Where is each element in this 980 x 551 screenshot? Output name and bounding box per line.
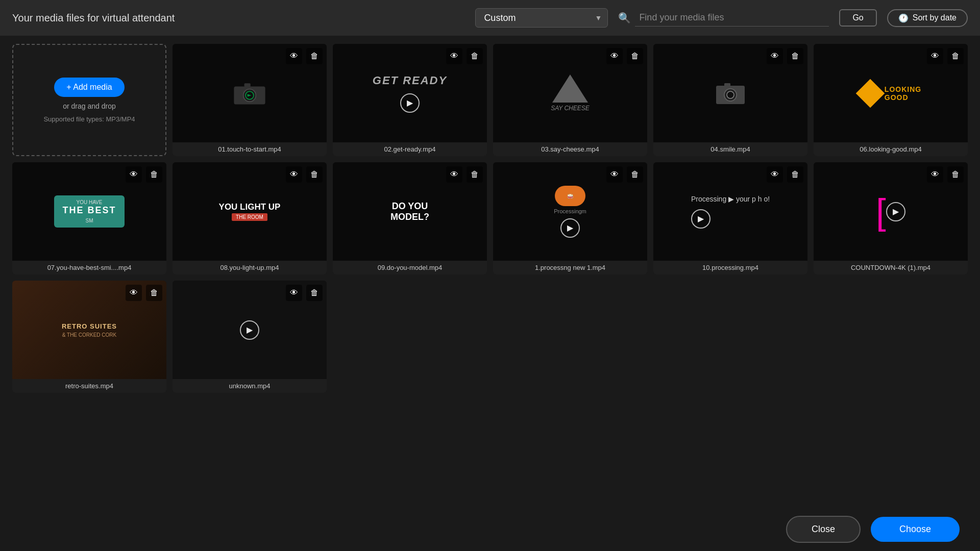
media-card[interactable]: 👁 🗑 01.touch-to-start.mp4 (173, 44, 327, 156)
go-button[interactable]: Go (839, 9, 876, 27)
card-actions: 👁 🗑 (126, 285, 162, 301)
media-card[interactable]: 👁 🗑 DO YOUMODEL? 09.do-you-model.mp4 (333, 162, 487, 274)
delete-button[interactable]: 🗑 (306, 48, 323, 64)
supported-types-text: Supported file types: MP3/MP4 (43, 115, 135, 123)
search-input[interactable] (635, 9, 829, 27)
card-actions: 👁 🗑 (446, 48, 483, 64)
preview-button[interactable]: 👁 (286, 166, 302, 183)
media-card[interactable]: 👁 🗑 Processing ▶ your p h o! ▶ 10.proces… (653, 162, 807, 274)
media-filename: 02.get-ready.mp4 (333, 142, 487, 156)
custom-dropdown-wrapper: Custom Default All ▼ (475, 8, 608, 28)
media-card[interactable]: 👁 🗑 YOU HAVE THE BEST SM 07.you-have-bes… (12, 162, 166, 274)
card-actions: 👁 🗑 (286, 166, 323, 183)
preview-button[interactable]: 👁 (927, 48, 943, 64)
media-card[interactable]: 👁 🗑 🥁 Processingm ▶ 1.processng new 1.mp… (493, 162, 647, 274)
delete-button[interactable]: 🗑 (467, 166, 483, 183)
delete-button[interactable]: 🗑 (306, 166, 323, 183)
preview-button[interactable]: 👁 (446, 166, 462, 183)
svg-rect-8 (724, 83, 730, 86)
media-filename: 08.you-light-up.mp4 (173, 261, 327, 274)
add-media-button[interactable]: + Add media (54, 78, 124, 97)
media-filename: 06.looking-good.mp4 (814, 142, 968, 156)
custom-dropdown[interactable]: Custom Default All (475, 8, 608, 28)
media-filename: 07.you-have-best-smi....mp4 (12, 261, 166, 274)
card-actions: 👁 🗑 (606, 48, 643, 64)
media-filename: 04.smile.mp4 (653, 142, 807, 156)
card-actions: 👁 🗑 (767, 166, 803, 183)
delete-button[interactable]: 🗑 (947, 48, 964, 64)
media-grid-wrapper: + Add media or drag and drop Supported f… (12, 44, 968, 499)
search-icon: 🔍 (618, 12, 631, 24)
add-media-card[interactable]: + Add media or drag and drop Supported f… (12, 44, 166, 156)
media-card[interactable]: 👁 🗑 RETRO SUITES & THE CORKED CORK retro… (12, 281, 166, 393)
delete-button[interactable]: 🗑 (627, 48, 643, 64)
media-card[interactable]: 👁 🗑 [ ▶ COUNTDOWN-4K (1).mp4 (814, 162, 968, 274)
search-wrapper: 🔍 (618, 9, 829, 27)
card-actions: 👁 🗑 (606, 166, 643, 183)
card-actions: 👁 🗑 (126, 166, 162, 183)
media-card[interactable]: 👁 🗑 04.smile.mp4 (653, 44, 807, 156)
preview-button[interactable]: 👁 (126, 166, 142, 183)
svg-rect-4 (244, 83, 251, 87)
delete-button[interactable]: 🗑 (627, 166, 643, 183)
card-actions: 👁 🗑 (767, 48, 803, 64)
media-card[interactable]: 👁 🗑 LOOKINGGOOD 06.looking-good.mp4 (814, 44, 968, 156)
media-card[interactable]: 👁 🗑 YOU LIGHT UP THE ROOM 08.you-light-u… (173, 162, 327, 274)
header: Your media files for virtual attendant C… (0, 0, 980, 36)
card-actions: 👁 🗑 (446, 166, 483, 183)
delete-button[interactable]: 🗑 (787, 166, 803, 183)
media-filename: COUNTDOWN-4K (1).mp4 (814, 261, 968, 274)
preview-button[interactable]: 👁 (606, 166, 623, 183)
content-area: + Add media or drag and drop Supported f… (0, 36, 980, 508)
preview-button[interactable]: 👁 (767, 166, 783, 183)
svg-point-7 (727, 91, 734, 98)
preview-button[interactable]: 👁 (286, 285, 302, 301)
media-filename: unknown.mp4 (173, 379, 327, 393)
delete-button[interactable]: 🗑 (947, 166, 964, 183)
preview-button[interactable]: 👁 (446, 48, 462, 64)
delete-button[interactable]: 🗑 (146, 166, 162, 183)
media-card[interactable]: 👁 🗑 ▶ unknown.mp4 (173, 281, 327, 393)
page-title: Your media files for virtual attendant (12, 12, 175, 24)
footer: Close Choose (0, 508, 980, 551)
sort-icon: 🕐 (898, 13, 909, 23)
card-actions: 👁 🗑 (927, 48, 964, 64)
card-actions: 👁 🗑 (927, 166, 964, 183)
media-filename: 01.touch-to-start.mp4 (173, 142, 327, 156)
media-grid: + Add media or drag and drop Supported f… (12, 44, 968, 393)
media-filename: 1.processng new 1.mp4 (493, 261, 647, 274)
choose-button[interactable]: Choose (871, 517, 960, 542)
media-card[interactable]: 👁 🗑 GET READY ▶ 02.get-ready.mp4 (333, 44, 487, 156)
card-actions: 👁 🗑 (286, 48, 323, 64)
preview-button[interactable]: 👁 (286, 48, 302, 64)
card-actions: 👁 🗑 (286, 285, 323, 301)
media-card[interactable]: 👁 🗑 SAY CHEESE 03.say-cheese.mp4 (493, 44, 647, 156)
sort-by-date-button[interactable]: 🕐 Sort by date (887, 9, 968, 27)
preview-button[interactable]: 👁 (606, 48, 623, 64)
media-filename: retro-suites.mp4 (12, 379, 166, 393)
delete-button[interactable]: 🗑 (146, 285, 162, 301)
delete-button[interactable]: 🗑 (306, 285, 323, 301)
delete-button[interactable]: 🗑 (467, 48, 483, 64)
delete-button[interactable]: 🗑 (787, 48, 803, 64)
media-filename: 10.processing.mp4 (653, 261, 807, 274)
media-filename: 09.do-you-model.mp4 (333, 261, 487, 274)
preview-button[interactable]: 👁 (126, 285, 142, 301)
drag-drop-text: or drag and drop (63, 102, 116, 110)
close-button[interactable]: Close (786, 516, 861, 543)
preview-button[interactable]: 👁 (767, 48, 783, 64)
preview-button[interactable]: 👁 (927, 166, 943, 183)
media-filename: 03.say-cheese.mp4 (493, 142, 647, 156)
